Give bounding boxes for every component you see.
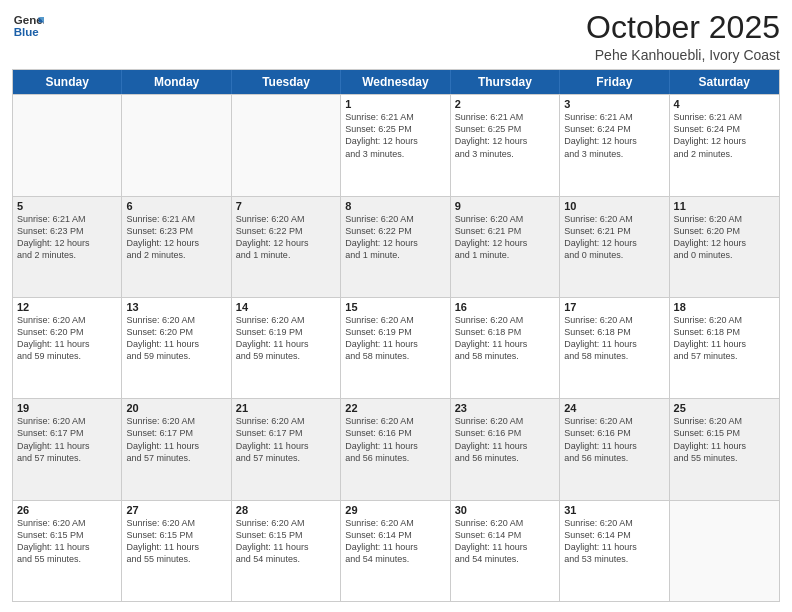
- weekday-header-thursday: Thursday: [451, 70, 560, 94]
- day-cell-27: 27Sunrise: 6:20 AM Sunset: 6:15 PM Dayli…: [122, 501, 231, 601]
- day-info: Sunrise: 6:20 AM Sunset: 6:19 PM Dayligh…: [236, 314, 336, 363]
- day-info: Sunrise: 6:21 AM Sunset: 6:24 PM Dayligh…: [564, 111, 664, 160]
- day-number: 8: [345, 200, 445, 212]
- day-info: Sunrise: 6:21 AM Sunset: 6:23 PM Dayligh…: [17, 213, 117, 262]
- title-block: October 2025 Pehe Kanhouebli, Ivory Coas…: [586, 10, 780, 63]
- logo: General Blue: [12, 10, 44, 42]
- day-cell-11: 11Sunrise: 6:20 AM Sunset: 6:20 PM Dayli…: [670, 197, 779, 297]
- page: General Blue October 2025 Pehe Kanhouebl…: [0, 0, 792, 612]
- calendar-body: 1Sunrise: 6:21 AM Sunset: 6:25 PM Daylig…: [13, 94, 779, 601]
- day-info: Sunrise: 6:20 AM Sunset: 6:16 PM Dayligh…: [455, 415, 555, 464]
- day-number: 13: [126, 301, 226, 313]
- day-number: 29: [345, 504, 445, 516]
- day-number: 15: [345, 301, 445, 313]
- day-info: Sunrise: 6:20 AM Sunset: 6:14 PM Dayligh…: [345, 517, 445, 566]
- day-cell-6: 6Sunrise: 6:21 AM Sunset: 6:23 PM Daylig…: [122, 197, 231, 297]
- day-number: 5: [17, 200, 117, 212]
- day-number: 12: [17, 301, 117, 313]
- day-info: Sunrise: 6:20 AM Sunset: 6:21 PM Dayligh…: [564, 213, 664, 262]
- day-number: 28: [236, 504, 336, 516]
- day-cell-4: 4Sunrise: 6:21 AM Sunset: 6:24 PM Daylig…: [670, 95, 779, 195]
- day-cell-8: 8Sunrise: 6:20 AM Sunset: 6:22 PM Daylig…: [341, 197, 450, 297]
- day-number: 27: [126, 504, 226, 516]
- day-cell-18: 18Sunrise: 6:20 AM Sunset: 6:18 PM Dayli…: [670, 298, 779, 398]
- day-info: Sunrise: 6:20 AM Sunset: 6:17 PM Dayligh…: [126, 415, 226, 464]
- day-cell-21: 21Sunrise: 6:20 AM Sunset: 6:17 PM Dayli…: [232, 399, 341, 499]
- weekday-header-wednesday: Wednesday: [341, 70, 450, 94]
- day-cell-19: 19Sunrise: 6:20 AM Sunset: 6:17 PM Dayli…: [13, 399, 122, 499]
- day-cell-28: 28Sunrise: 6:20 AM Sunset: 6:15 PM Dayli…: [232, 501, 341, 601]
- header: General Blue October 2025 Pehe Kanhouebl…: [12, 10, 780, 63]
- day-cell-9: 9Sunrise: 6:20 AM Sunset: 6:21 PM Daylig…: [451, 197, 560, 297]
- day-number: 4: [674, 98, 775, 110]
- day-info: Sunrise: 6:21 AM Sunset: 6:23 PM Dayligh…: [126, 213, 226, 262]
- day-info: Sunrise: 6:20 AM Sunset: 6:14 PM Dayligh…: [455, 517, 555, 566]
- day-number: 23: [455, 402, 555, 414]
- day-cell-12: 12Sunrise: 6:20 AM Sunset: 6:20 PM Dayli…: [13, 298, 122, 398]
- day-number: 14: [236, 301, 336, 313]
- day-info: Sunrise: 6:21 AM Sunset: 6:25 PM Dayligh…: [455, 111, 555, 160]
- day-number: 11: [674, 200, 775, 212]
- day-info: Sunrise: 6:20 AM Sunset: 6:14 PM Dayligh…: [564, 517, 664, 566]
- day-number: 25: [674, 402, 775, 414]
- calendar-row-1: 5Sunrise: 6:21 AM Sunset: 6:23 PM Daylig…: [13, 196, 779, 297]
- day-info: Sunrise: 6:20 AM Sunset: 6:18 PM Dayligh…: [674, 314, 775, 363]
- day-info: Sunrise: 6:21 AM Sunset: 6:24 PM Dayligh…: [674, 111, 775, 160]
- empty-cell: [122, 95, 231, 195]
- calendar-row-4: 26Sunrise: 6:20 AM Sunset: 6:15 PM Dayli…: [13, 500, 779, 601]
- day-cell-22: 22Sunrise: 6:20 AM Sunset: 6:16 PM Dayli…: [341, 399, 450, 499]
- weekday-header-friday: Friday: [560, 70, 669, 94]
- day-info: Sunrise: 6:20 AM Sunset: 6:19 PM Dayligh…: [345, 314, 445, 363]
- weekday-header-tuesday: Tuesday: [232, 70, 341, 94]
- weekday-header-saturday: Saturday: [670, 70, 779, 94]
- empty-cell: [13, 95, 122, 195]
- day-cell-7: 7Sunrise: 6:20 AM Sunset: 6:22 PM Daylig…: [232, 197, 341, 297]
- day-number: 3: [564, 98, 664, 110]
- day-info: Sunrise: 6:20 AM Sunset: 6:18 PM Dayligh…: [455, 314, 555, 363]
- day-info: Sunrise: 6:20 AM Sunset: 6:15 PM Dayligh…: [17, 517, 117, 566]
- day-info: Sunrise: 6:21 AM Sunset: 6:25 PM Dayligh…: [345, 111, 445, 160]
- calendar-header: SundayMondayTuesdayWednesdayThursdayFrid…: [13, 70, 779, 94]
- day-cell-16: 16Sunrise: 6:20 AM Sunset: 6:18 PM Dayli…: [451, 298, 560, 398]
- day-cell-23: 23Sunrise: 6:20 AM Sunset: 6:16 PM Dayli…: [451, 399, 560, 499]
- day-cell-25: 25Sunrise: 6:20 AM Sunset: 6:15 PM Dayli…: [670, 399, 779, 499]
- month-title: October 2025: [586, 10, 780, 45]
- day-cell-31: 31Sunrise: 6:20 AM Sunset: 6:14 PM Dayli…: [560, 501, 669, 601]
- day-info: Sunrise: 6:20 AM Sunset: 6:17 PM Dayligh…: [236, 415, 336, 464]
- calendar-row-0: 1Sunrise: 6:21 AM Sunset: 6:25 PM Daylig…: [13, 94, 779, 195]
- weekday-header-sunday: Sunday: [13, 70, 122, 94]
- day-number: 9: [455, 200, 555, 212]
- day-info: Sunrise: 6:20 AM Sunset: 6:20 PM Dayligh…: [17, 314, 117, 363]
- day-number: 10: [564, 200, 664, 212]
- day-number: 19: [17, 402, 117, 414]
- weekday-header-monday: Monday: [122, 70, 231, 94]
- logo-icon: General Blue: [12, 10, 44, 42]
- empty-cell: [232, 95, 341, 195]
- day-info: Sunrise: 6:20 AM Sunset: 6:15 PM Dayligh…: [674, 415, 775, 464]
- day-cell-13: 13Sunrise: 6:20 AM Sunset: 6:20 PM Dayli…: [122, 298, 231, 398]
- location-title: Pehe Kanhouebli, Ivory Coast: [586, 47, 780, 63]
- day-cell-14: 14Sunrise: 6:20 AM Sunset: 6:19 PM Dayli…: [232, 298, 341, 398]
- day-info: Sunrise: 6:20 AM Sunset: 6:17 PM Dayligh…: [17, 415, 117, 464]
- day-info: Sunrise: 6:20 AM Sunset: 6:22 PM Dayligh…: [236, 213, 336, 262]
- day-cell-17: 17Sunrise: 6:20 AM Sunset: 6:18 PM Dayli…: [560, 298, 669, 398]
- day-number: 20: [126, 402, 226, 414]
- day-cell-30: 30Sunrise: 6:20 AM Sunset: 6:14 PM Dayli…: [451, 501, 560, 601]
- day-number: 18: [674, 301, 775, 313]
- empty-cell: [670, 501, 779, 601]
- day-number: 2: [455, 98, 555, 110]
- day-number: 24: [564, 402, 664, 414]
- day-number: 17: [564, 301, 664, 313]
- calendar: SundayMondayTuesdayWednesdayThursdayFrid…: [12, 69, 780, 602]
- calendar-row-3: 19Sunrise: 6:20 AM Sunset: 6:17 PM Dayli…: [13, 398, 779, 499]
- day-info: Sunrise: 6:20 AM Sunset: 6:20 PM Dayligh…: [126, 314, 226, 363]
- day-cell-24: 24Sunrise: 6:20 AM Sunset: 6:16 PM Dayli…: [560, 399, 669, 499]
- calendar-row-2: 12Sunrise: 6:20 AM Sunset: 6:20 PM Dayli…: [13, 297, 779, 398]
- day-number: 16: [455, 301, 555, 313]
- day-number: 7: [236, 200, 336, 212]
- day-number: 1: [345, 98, 445, 110]
- day-number: 30: [455, 504, 555, 516]
- day-info: Sunrise: 6:20 AM Sunset: 6:18 PM Dayligh…: [564, 314, 664, 363]
- day-info: Sunrise: 6:20 AM Sunset: 6:15 PM Dayligh…: [126, 517, 226, 566]
- day-number: 31: [564, 504, 664, 516]
